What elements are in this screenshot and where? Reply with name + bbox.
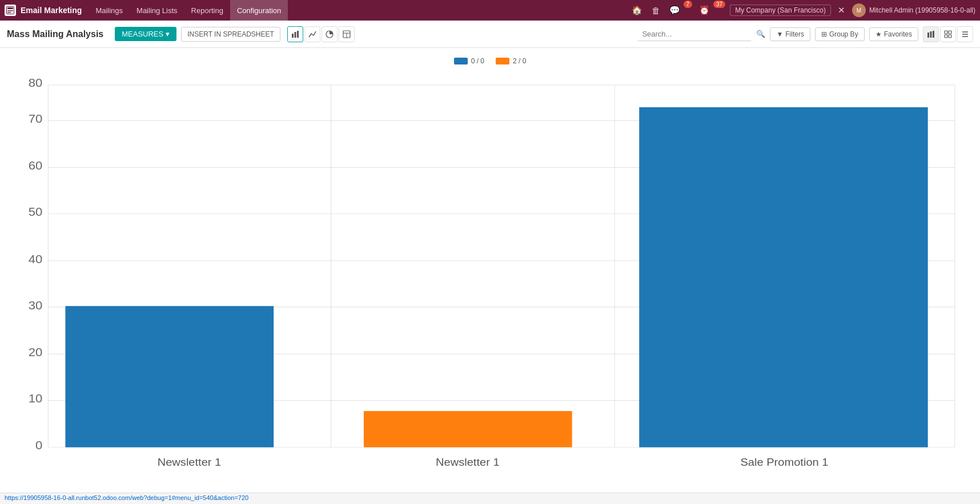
svg-rect-18 (949, 35, 951, 38)
avatar: M (852, 3, 866, 17)
topbar-right: 🏠 🗑 💬 7 ⏰ 37 My Company (San Francisco) … (629, 3, 976, 17)
measures-button[interactable]: MEASURES ▾ (115, 27, 176, 41)
svg-text:70: 70 (29, 112, 43, 126)
groupby-label: Group By (829, 30, 858, 38)
groupby-button[interactable]: ⊞ Group By (815, 27, 865, 41)
page-title: Mass Mailing Analysis (7, 29, 103, 39)
spreadsheet-button[interactable]: INSERT IN SPREADSHEET (181, 27, 280, 42)
kanban-view-icon[interactable] (940, 26, 956, 42)
measures-label: MEASURES (122, 30, 163, 38)
filters-label: Filters (785, 30, 804, 38)
svg-rect-3 (7, 10, 13, 11)
bar-newsletter1-orange[interactable] (364, 411, 572, 447)
measures-chevron-icon: ▾ (166, 30, 170, 38)
groupby-icon: ⊞ (821, 30, 827, 38)
chart-svg: 0 10 20 30 40 50 60 70 80 Newsletter 1 N… (14, 74, 966, 469)
bar-newsletter1-blue[interactable] (65, 306, 274, 447)
user-menu[interactable]: M Mitchell Admin (19905958-16-0-all) (852, 3, 975, 17)
search-input[interactable] (637, 27, 752, 41)
app-logo[interactable] (5, 5, 16, 16)
legend-color-1 (454, 58, 468, 64)
svg-text:Sale Promotion 1: Sale Promotion 1 (740, 456, 828, 468)
company-selector[interactable]: My Company (San Francisco) (730, 5, 831, 16)
svg-text:Newsletter 1: Newsletter 1 (436, 456, 500, 468)
main-nav: Mailings Mailing Lists Reporting Configu… (89, 0, 626, 21)
topbar: Email Marketing Mailings Mailing Lists R… (0, 0, 980, 21)
nav-reporting[interactable]: Reporting (184, 0, 230, 21)
legend-item-1: 0 / 0 (454, 57, 484, 65)
svg-rect-17 (945, 35, 947, 38)
list-view-icon[interactable] (957, 26, 973, 42)
legend-label-2: 2 / 0 (513, 57, 526, 65)
search-icon[interactable]: 🔍 (756, 30, 765, 38)
nav-configuration[interactable]: Configuration (230, 0, 288, 21)
secondary-toolbar: Mass Mailing Analysis MEASURES ▾ INSERT … (0, 21, 980, 48)
svg-rect-13 (930, 31, 932, 38)
nav-mailing-lists[interactable]: Mailing Lists (130, 0, 184, 21)
view-selector (923, 26, 973, 42)
chat-icon[interactable]: 💬 (667, 4, 682, 17)
toolbar-right: 🔍 ▼ Filters ⊞ Group By ★ Favorites (637, 26, 973, 42)
svg-rect-5 (292, 34, 294, 38)
favorites-label: Favorites (884, 30, 912, 38)
svg-rect-16 (949, 31, 951, 34)
star-icon: ★ (875, 30, 882, 38)
svg-text:30: 30 (29, 299, 43, 312)
svg-text:Newsletter 1: Newsletter 1 (158, 456, 222, 468)
svg-text:40: 40 (29, 252, 43, 265)
chart-legend: 0 / 0 2 / 0 (14, 57, 966, 65)
home-icon[interactable]: 🏠 (629, 4, 645, 17)
pie-chart-icon[interactable] (322, 26, 338, 42)
trash-icon[interactable]: 🗑 (649, 5, 662, 17)
svg-text:10: 10 (29, 392, 43, 405)
clock-icon[interactable]: ⏰ (697, 4, 712, 17)
svg-rect-6 (294, 32, 296, 38)
filter-icon: ▼ (776, 30, 783, 38)
legend-label-1: 0 / 0 (471, 57, 484, 65)
chart-type-selector (287, 26, 355, 42)
svg-rect-12 (927, 33, 929, 38)
table-icon[interactable] (339, 26, 355, 42)
line-chart-icon[interactable] (304, 26, 320, 42)
bar-chart: 0 10 20 30 40 50 60 70 80 Newsletter 1 N… (14, 74, 966, 469)
username: Mitchell Admin (19905958-16-0-all) (869, 6, 975, 14)
nav-mailings[interactable]: Mailings (89, 0, 130, 21)
chart-area: 0 / 0 2 / 0 0 (0, 48, 980, 483)
svg-text:80: 80 (29, 76, 43, 90)
bar-sale-promotion1-blue[interactable] (639, 107, 927, 447)
svg-rect-14 (933, 31, 934, 38)
svg-text:50: 50 (29, 205, 43, 219)
svg-rect-4 (7, 12, 11, 13)
close-icon[interactable]: ✕ (836, 4, 848, 17)
svg-text:0: 0 (35, 439, 42, 452)
clock-badge: 37 (713, 1, 725, 8)
app-name: Email Marketing (21, 6, 82, 15)
svg-text:60: 60 (29, 159, 43, 172)
chart-view-icon[interactable] (923, 26, 939, 42)
svg-text:20: 20 (29, 346, 43, 359)
chat-badge: 7 (684, 1, 693, 8)
svg-rect-7 (297, 31, 299, 38)
filters-button[interactable]: ▼ Filters (770, 27, 810, 41)
svg-rect-2 (7, 7, 13, 9)
legend-item-2: 2 / 0 (496, 57, 526, 65)
svg-rect-15 (945, 31, 947, 34)
bar-chart-icon[interactable] (287, 26, 303, 42)
legend-color-2 (496, 58, 509, 64)
favorites-button[interactable]: ★ Favorites (869, 27, 918, 41)
